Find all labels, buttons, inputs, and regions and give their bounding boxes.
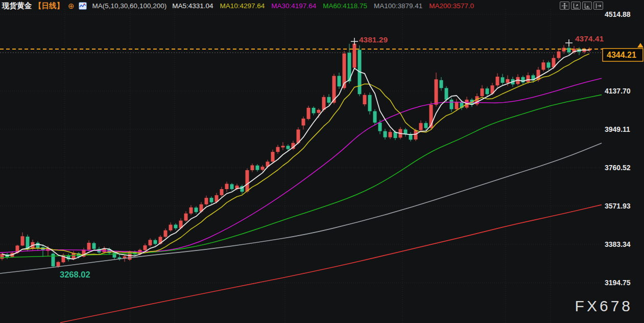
- price-tick-label: 3571.93: [605, 202, 631, 210]
- ma-value-label: MA60:4118.75: [323, 2, 367, 10]
- candle: [307, 106, 311, 121]
- ma-value-label: MA5:4331.04: [172, 2, 213, 10]
- scale-price-axis-button[interactable]: [571, 2, 581, 10]
- price-tick-label: 3383.34: [605, 240, 631, 248]
- candle: [527, 73, 530, 84]
- pan-crosshair-button[interactable]: [560, 2, 569, 10]
- candle: [52, 252, 55, 268]
- candle: [547, 61, 551, 70]
- candle: [87, 240, 91, 251]
- candle: [384, 129, 387, 140]
- candle: [501, 74, 505, 85]
- timeframe-label[interactable]: 【日线】: [34, 1, 64, 11]
- instrument-icon: [79, 2, 87, 10]
- pan-crosshair-icon: [561, 3, 568, 9]
- candle: [144, 244, 147, 251]
- candle: [373, 109, 377, 126]
- candle: [62, 253, 65, 264]
- candle: [189, 205, 193, 215]
- price-tick-label: 4137.70: [605, 87, 631, 95]
- candle: [1, 252, 4, 260]
- candle: [327, 94, 331, 105]
- candle: [251, 164, 254, 172]
- add-indicator-icon[interactable]: ⊕: [68, 2, 75, 10]
- candle: [195, 206, 198, 214]
- candle: [184, 211, 188, 222]
- scale-axis-up-icon: [573, 3, 579, 9]
- candle: [154, 239, 157, 246]
- ma-line-ma100: [0, 143, 602, 273]
- ma-group-label: MA(5,10,30,60,100,200): [92, 2, 167, 10]
- scale-axis-right-icon: [584, 3, 590, 9]
- price-tick-label: 4514.88: [605, 10, 631, 18]
- candle: [353, 41, 356, 70]
- candle: [557, 49, 561, 60]
- candle: [210, 196, 213, 204]
- candle: [389, 129, 392, 139]
- price-tick-label: 3949.11: [605, 125, 630, 133]
- price-arrow-marker[interactable]: [637, 43, 643, 48]
- candle: [312, 106, 316, 116]
- candle: [246, 168, 249, 193]
- watermark: FX678: [575, 297, 633, 315]
- candle: [302, 117, 305, 129]
- candle: [409, 132, 413, 142]
- ma-line-ma10: [2, 54, 589, 256]
- candle: [230, 183, 234, 191]
- price-tick-label: 3760.52: [605, 164, 631, 172]
- chart-toolbar: [560, 2, 603, 10]
- candle: [164, 228, 168, 238]
- candle: [481, 85, 484, 98]
- candle: [21, 233, 25, 246]
- candle: [149, 238, 152, 247]
- candle: [169, 222, 173, 232]
- ma-value-label: MA10:4297.64: [220, 2, 265, 10]
- arrow-exit-right-icon: [595, 3, 602, 9]
- candle: [118, 253, 122, 261]
- go-to-latest-button[interactable]: [593, 2, 603, 10]
- annotation-peak-high: 4381.29: [359, 35, 388, 44]
- candle: [92, 242, 96, 251]
- last-price-box: 4344.21: [603, 49, 643, 61]
- candle: [440, 77, 443, 91]
- ma-line-ma200: [60, 205, 602, 323]
- candle: [220, 187, 224, 197]
- candle: [588, 47, 591, 52]
- grid: [0, 9, 602, 323]
- candle: [338, 73, 341, 89]
- candle: [225, 182, 229, 192]
- ma-value-label: MA100:3879.41: [374, 2, 422, 10]
- candle: [419, 121, 423, 132]
- candle: [241, 184, 244, 194]
- ma-legend: MA5:4331.04MA10:4297.64MA30:4197.64MA60:…: [172, 2, 474, 10]
- candle: [435, 73, 438, 106]
- candle: [205, 196, 208, 206]
- chart-window: 4344.214514.884137.703949.113760.523571.…: [0, 0, 644, 323]
- symbol-name: 现货黄金: [2, 1, 32, 11]
- chart-header: 现货黄金 【日线】 ⊕ MA(5,10,30,60,100,200) MA5:4…: [0, 0, 644, 11]
- candle: [276, 145, 280, 154]
- ma-value-label: MA30:4197.64: [271, 2, 316, 10]
- candle: [36, 241, 40, 251]
- ma-value-label: MA200:3577.0: [429, 2, 474, 10]
- crosshair-marker: [351, 38, 358, 45]
- candlestick-chart[interactable]: 4344.214514.884137.703949.113760.523571.…: [0, 0, 644, 323]
- candle: [542, 60, 545, 72]
- candle: [368, 93, 372, 114]
- svg-text:4344.21: 4344.21: [607, 51, 636, 59]
- candle: [256, 164, 259, 172]
- ma-line-ma30: [0, 78, 602, 252]
- candle: [82, 248, 86, 258]
- candle: [261, 165, 265, 171]
- candle: [521, 76, 525, 85]
- annotation-low: 3268.02: [60, 270, 90, 279]
- candle: [281, 142, 285, 150]
- candle: [271, 150, 275, 163]
- candle: [363, 93, 367, 106]
- ma-line-ma60: [0, 95, 602, 258]
- price-tick-label: 3194.75: [605, 279, 631, 287]
- candle: [486, 87, 489, 97]
- scale-time-axis-button[interactable]: [582, 2, 592, 10]
- candle: [496, 73, 499, 87]
- candle: [450, 98, 454, 112]
